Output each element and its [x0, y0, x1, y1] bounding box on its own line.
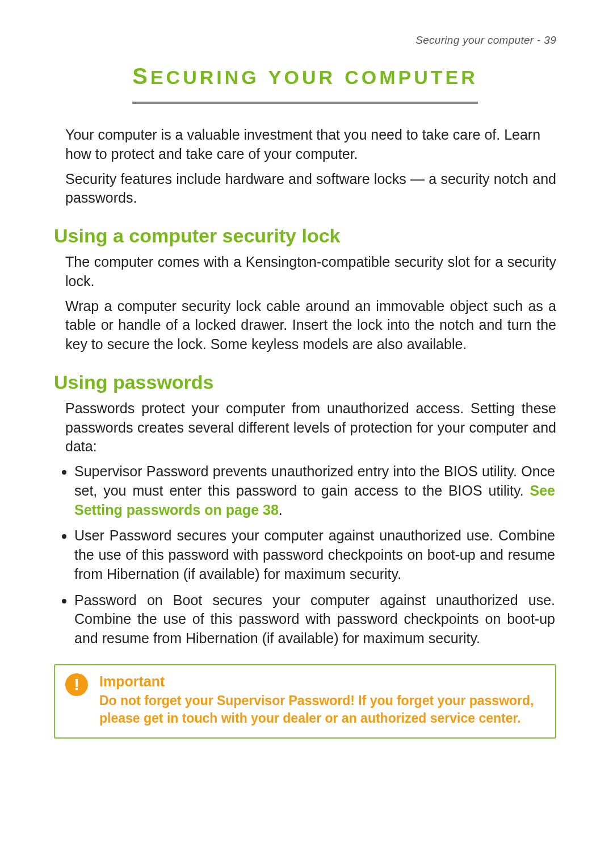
passwords-intro: Passwords protect your computer from una… [65, 399, 556, 456]
list-item-text: Supervisor Password prevents unauthorize… [74, 463, 555, 498]
list-item: Password on Boot secures your computer a… [74, 591, 556, 648]
section-heading-lock: Using a computer security lock [54, 225, 556, 247]
section-heading-passwords: Using passwords [54, 371, 556, 393]
list-item-text: Password on Boot secures your computer a… [74, 592, 555, 647]
list-item: User Password secures your computer agai… [74, 526, 556, 584]
section-lock-body: The computer comes with a Kensington-com… [65, 253, 556, 354]
section-passwords-body: Passwords protect your computer from una… [65, 399, 556, 456]
page-title-wrap: SECURING YOUR COMPUTER [54, 64, 556, 104]
intro-paragraph-1: Your computer is a valuable investment t… [65, 125, 556, 164]
running-header: Securing your computer - 39 [54, 34, 556, 47]
exclamation-icon: ! [65, 673, 88, 696]
list-item-text: User Password secures your computer agai… [74, 527, 555, 582]
page: Securing your computer - 39 SECURING YOU… [0, 0, 613, 868]
callout-title: Important [99, 673, 543, 690]
lock-paragraph-1: The computer comes with a Kensington-com… [65, 253, 556, 291]
callout-body: Do not forget your Supervisor Password! … [99, 692, 543, 727]
lock-paragraph-2: Wrap a computer security lock cable arou… [65, 297, 556, 354]
intro-block: Your computer is a valuable investment t… [65, 125, 556, 208]
password-list: Supervisor Password prevents unauthorize… [54, 462, 556, 648]
page-title: SECURING YOUR COMPUTER [132, 64, 478, 104]
list-item: Supervisor Password prevents unauthorize… [74, 462, 556, 519]
important-callout: ! Important Do not forget your Superviso… [54, 664, 556, 739]
list-item-tail: . [279, 502, 283, 518]
intro-paragraph-2: Security features include hardware and s… [65, 170, 556, 208]
